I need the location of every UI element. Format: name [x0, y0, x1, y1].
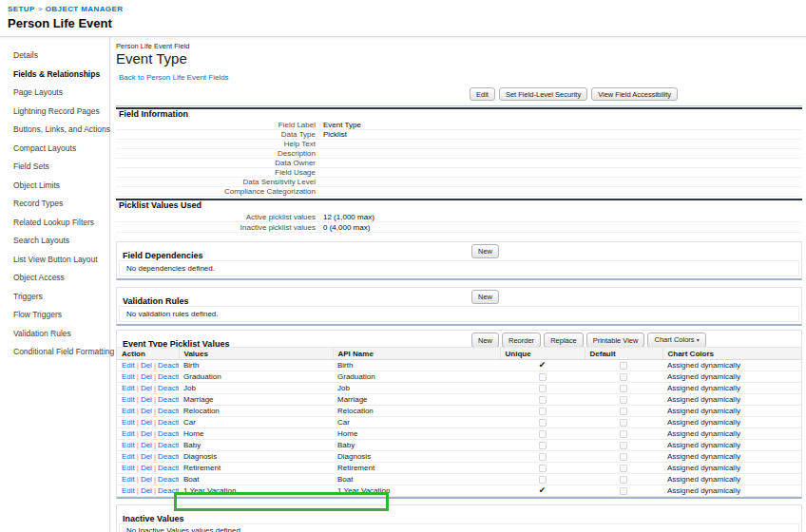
action-deactivate-link[interactable]: Deactivate	[158, 395, 179, 404]
sidebar-item-list-view-button-layout[interactable]: List View Button Layout	[0, 251, 109, 270]
checkbox-unchecked-icon	[539, 453, 547, 461]
sidebar-item-record-types[interactable]: Record Types	[0, 195, 109, 214]
action-edit-link[interactable]: Edit	[122, 464, 135, 472]
checkbox-unchecked-icon	[620, 396, 627, 404]
unique-cell: ✔	[500, 485, 585, 497]
sidebar-item-related-lookup-filters[interactable]: Related Lookup Filters	[0, 214, 109, 233]
new-dependency-button[interactable]: New	[471, 244, 499, 258]
action-edit-link[interactable]: Edit	[122, 429, 135, 438]
field-information-section: Field Information Field LabelEvent TypeD…	[116, 107, 802, 197]
sidebar-item-conditional-field-formatting[interactable]: Conditional Field Formatting	[0, 343, 109, 362]
action-del-link[interactable]: Del	[141, 407, 152, 415]
action-edit-link[interactable]: Edit	[122, 384, 135, 392]
picklist-values-used-rows: Active picklist values12 (1,000 max)Inac…	[116, 212, 802, 233]
api-name-label: Baby	[337, 441, 355, 449]
action-del-link[interactable]: Del	[141, 395, 152, 404]
edit-button[interactable]: Edit	[470, 87, 495, 101]
validation-rules-header: Validation Rules New	[117, 288, 801, 304]
action-edit-link[interactable]: Edit	[122, 407, 135, 415]
sidebar-item-details[interactable]: Details	[0, 47, 109, 66]
action-deactivate-link[interactable]: Deactivate	[158, 418, 179, 427]
new-button[interactable]: New	[471, 332, 499, 348]
action-deactivate-link[interactable]: Deactivate	[158, 464, 179, 472]
action-edit-link[interactable]: Edit	[122, 441, 135, 449]
sidebar-item-field-sets[interactable]: Field Sets	[0, 158, 109, 177]
action-edit-link[interactable]: Edit	[122, 418, 135, 427]
action-edit-link[interactable]: Edit	[122, 361, 135, 370]
breadcrumb-object-manager[interactable]: OBJECT MANAGER	[46, 5, 124, 13]
table-row: Edit|Del|DeactivateHomeHomeAssigned dyna…	[117, 428, 801, 440]
info-label: Compliance Categorization	[116, 187, 323, 196]
action-del-link[interactable]: Del	[141, 475, 152, 484]
view-field-accessibility-button[interactable]: View Field Accessibility	[591, 87, 678, 101]
sidebar-item-validation-rules[interactable]: Validation Rules	[0, 325, 109, 344]
action-edit-link[interactable]: Edit	[122, 475, 135, 484]
action-del-link[interactable]: Del	[141, 441, 152, 449]
action-del-link[interactable]: Del	[141, 418, 152, 427]
inactive-values-section: Inactive Values No Inactive Values value…	[116, 504, 802, 532]
action-edit-link[interactable]: Edit	[122, 395, 135, 404]
sidebar-item-fields-relationships[interactable]: Fields & Relationships	[0, 66, 109, 85]
action-cell: Edit|Del|Deactivate	[117, 406, 179, 417]
default-cell	[585, 440, 662, 451]
action-deactivate-link[interactable]: Deactivate	[158, 372, 179, 381]
chart-colors-label: Assigned dynamically	[667, 372, 740, 381]
breadcrumb-setup[interactable]: SETUP	[8, 5, 35, 13]
action-deactivate-link[interactable]: Deactivate	[158, 486, 179, 495]
set-field-level-security-button[interactable]: Set Field-Level Security	[499, 87, 587, 101]
sidebar-item-lightning-record-pages[interactable]: Lightning Record Pages	[0, 103, 109, 122]
printable-view-button[interactable]: Printable View	[586, 332, 645, 348]
action-del-link[interactable]: Del	[141, 452, 152, 461]
info-label: Inactive picklist values	[116, 223, 323, 232]
action-deactivate-link[interactable]: Deactivate	[158, 475, 179, 484]
info-row: Help Text	[116, 140, 802, 149]
sidebar-item-object-limits[interactable]: Object Limits	[0, 177, 109, 196]
default-cell	[585, 383, 662, 394]
replace-button[interactable]: Replace	[544, 332, 584, 348]
info-value: 12 (1,000 max)	[323, 213, 374, 221]
sidebar-item-object-access[interactable]: Object Access	[0, 269, 109, 288]
table-row: Edit|Del|DeactivateBoatBoatAssigned dyna…	[117, 474, 801, 485]
info-row: Field Usage	[116, 168, 802, 178]
sidebar-item-flow-triggers[interactable]: Flow Triggers	[0, 306, 109, 325]
sidebar-item-triggers[interactable]: Triggers	[0, 288, 109, 307]
value-cell: Birth	[179, 360, 333, 371]
info-value: Picklist	[323, 130, 347, 139]
default-cell	[585, 417, 662, 428]
reorder-button[interactable]: Reorder	[502, 332, 541, 348]
link-separator: |	[154, 486, 156, 495]
action-edit-link[interactable]: Edit	[122, 486, 135, 495]
action-del-link[interactable]: Del	[141, 384, 152, 392]
unique-cell	[500, 463, 585, 474]
api-name-cell: Retirement	[333, 463, 500, 474]
value-cell: 1 Year Vacation	[179, 485, 333, 497]
action-cell: Edit|Del|Deactivate	[117, 383, 179, 394]
action-del-link[interactable]: Del	[141, 429, 152, 438]
chart-colors-button[interactable]: Chart Colors ▾	[647, 332, 705, 348]
action-del-link[interactable]: Del	[141, 486, 152, 495]
sidebar-item-page-layouts[interactable]: Page Layouts	[0, 84, 109, 103]
action-del-link[interactable]: Del	[141, 361, 152, 370]
action-deactivate-link[interactable]: Deactivate	[158, 407, 179, 415]
action-deactivate-link[interactable]: Deactivate	[158, 361, 179, 370]
action-deactivate-link[interactable]: Deactivate	[158, 441, 179, 449]
link-separator: |	[137, 429, 139, 438]
action-del-link[interactable]: Del	[141, 464, 152, 472]
action-del-link[interactable]: Del	[141, 372, 152, 381]
action-cell: Edit|Del|Deactivate	[117, 463, 179, 474]
sidebar-item-search-layouts[interactable]: Search Layouts	[0, 232, 109, 251]
action-edit-link[interactable]: Edit	[122, 372, 135, 381]
action-deactivate-link[interactable]: Deactivate	[158, 452, 179, 461]
back-link[interactable]: Back to Person Life Event Fields	[119, 73, 229, 83]
new-validation-rule-button[interactable]: New	[471, 290, 499, 304]
picklist-table-body: Edit|Del|DeactivateBirthBirth✔Assigned d…	[117, 360, 801, 497]
action-deactivate-link[interactable]: Deactivate	[158, 384, 179, 392]
sidebar-item-buttons-links-and-actions[interactable]: Buttons, Links, and Actions	[0, 121, 109, 140]
sidebar-item-compact-layouts[interactable]: Compact Layouts	[0, 140, 109, 159]
unique-cell	[500, 394, 585, 406]
link-separator: |	[154, 464, 156, 472]
action-edit-link[interactable]: Edit	[122, 452, 135, 461]
api-name-cell: Home	[333, 428, 500, 440]
link-separator: |	[154, 372, 156, 381]
action-deactivate-link[interactable]: Deactivate	[158, 429, 179, 438]
